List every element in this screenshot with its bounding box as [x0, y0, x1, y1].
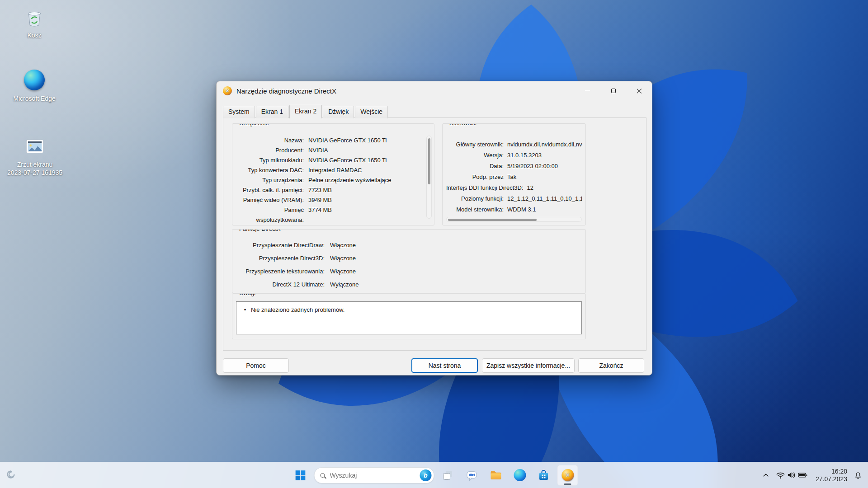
wifi-icon — [776, 470, 785, 480]
field-row: Data: 5/19/2023 02:00:00 — [446, 161, 582, 172]
clock-date: 27.07.2023 — [816, 475, 847, 483]
maximize-button[interactable] — [600, 81, 626, 100]
scrollbar-thumb[interactable] — [428, 138, 430, 184]
field-value: 3774 MB — [308, 205, 423, 225]
field-value: 12 — [527, 183, 533, 193]
desktop-icon-recycle-bin[interactable]: Kosz — [8, 6, 61, 39]
field-row: Producent: NVIDIA — [236, 145, 423, 155]
close-button[interactable] — [626, 81, 652, 100]
task-view-icon — [442, 469, 454, 482]
taskbar-search[interactable] — [314, 467, 434, 483]
show-hidden-icons-button[interactable] — [759, 466, 773, 484]
directx-features-groupbox: Funkcje DirectX Przyspieszanie DirectDra… — [232, 229, 586, 293]
device-vertical-scrollbar[interactable] — [426, 136, 432, 219]
device-fields: Nazwa: NVIDIA GeForce GTX 1650 Ti Produc… — [232, 124, 434, 225]
field-label: Interfejs DDI funkcji Direct3D: — [446, 183, 524, 193]
search-input[interactable] — [330, 472, 420, 479]
groupbox-title: Uwagi — [237, 293, 258, 296]
file-explorer-button[interactable] — [486, 465, 506, 486]
field-row: Wersja: 31.0.15.3203 — [446, 150, 582, 161]
clock-time: 16:20 — [816, 468, 847, 475]
minimize-icon — [585, 91, 590, 91]
field-label: Główny sterownik: — [446, 139, 504, 150]
edge-button[interactable] — [509, 465, 530, 486]
taskbar: 16:20 27.07.2023 — [0, 462, 868, 488]
bell-icon — [853, 470, 863, 480]
tab[interactable]: Wejście — [355, 106, 388, 118]
field-label: Typ konwertera DAC: — [236, 165, 304, 175]
field-value: nvldumdx.dll,nvldumdx.dll,nvldum — [507, 139, 582, 150]
field-row: Typ urządzenia: Pełne urządzenie wyświet… — [236, 175, 423, 185]
task-view-button[interactable] — [438, 465, 458, 486]
bullet: • — [239, 305, 251, 314]
dxdiag-taskbar-button[interactable] — [557, 465, 578, 486]
titlebar[interactable]: Narzędzie diagnostyczne DirectX — [217, 81, 652, 100]
field-value: 5/19/2023 02:00:00 — [507, 161, 558, 172]
field-value: NVIDIA — [308, 145, 423, 155]
field-value: Wyłączone — [330, 278, 582, 291]
note-text: Nie znaleziono żadnych problemów. — [251, 305, 344, 314]
field-value: Tak — [507, 172, 516, 183]
network-volume-battery-button[interactable] — [774, 466, 810, 484]
field-label: Typ urządzenia: — [236, 175, 304, 185]
notes-listbox[interactable]: • Nie znaleziono żadnych problemów. — [236, 301, 582, 334]
desktop-icon-label-line2: 2023-07-27 161935 — [5, 169, 64, 177]
drivers-groupbox: Sterowniki Główny sterownik: nvldumdx.dl… — [442, 123, 586, 225]
tab-label: Wejście — [360, 108, 382, 115]
device-groupbox: Urządzenie Nazwa: NVIDIA GeForce GTX 165… — [232, 123, 434, 225]
field-row: Typ konwertera DAC: Integrated RAMDAC — [236, 165, 423, 175]
battery-icon — [797, 470, 808, 480]
minimize-button[interactable] — [575, 81, 600, 100]
save-all-information-button[interactable]: Zapisz wszystkie informacje... — [482, 358, 575, 373]
bing-icon[interactable] — [420, 469, 432, 481]
field-value: Integrated RAMDAC — [308, 165, 423, 175]
field-value: Włączone — [330, 252, 582, 265]
edge-icon — [514, 469, 526, 481]
desktop-icon-label: Kosz — [8, 31, 61, 39]
feature-fields: Przyspieszanie DirectDraw: Włączone Przy… — [232, 230, 585, 293]
volume-icon — [787, 470, 796, 480]
field-value: 7723 MB — [308, 185, 423, 195]
tab[interactable]: System — [223, 106, 255, 118]
taskbar-tray: 16:20 27.07.2023 — [759, 462, 865, 488]
field-row: Interfejs DDI funkcji Direct3D: 12 — [446, 183, 582, 193]
exit-button[interactable]: Zakończ — [578, 358, 644, 373]
tab-label: Dźwięk — [328, 108, 349, 115]
desktop-icon-edge[interactable]: Microsoft Edge — [8, 69, 61, 103]
help-button[interactable]: Pomoc — [223, 358, 289, 373]
tab[interactable]: Ekran 1 — [256, 106, 288, 118]
field-value: 3949 MB — [308, 195, 423, 205]
drivers-horizontal-scrollbar[interactable] — [446, 217, 582, 222]
field-label: Pamięć współużytkowana: — [236, 205, 304, 225]
store-button[interactable] — [533, 465, 554, 486]
scrollbar-thumb[interactable] — [448, 219, 537, 221]
notification-center-button[interactable] — [851, 466, 865, 484]
field-label: Przybl. całk. il. pamięci: — [236, 185, 304, 195]
tab-label: Ekran 2 — [295, 108, 316, 115]
desktop-icon-label: Microsoft Edge — [8, 94, 61, 103]
field-label: Pamięć wideo (VRAM): — [236, 195, 304, 205]
field-row: Przybl. całk. il. pamięci: 7723 MB — [236, 185, 423, 195]
tab[interactable]: Dźwięk — [323, 106, 354, 118]
start-button[interactable] — [290, 465, 311, 486]
desktop-icon-screenshot[interactable]: Zrzut ekranu 2023-07-27 161935 — [5, 136, 64, 177]
screenshot-file-icon — [24, 136, 46, 158]
file-explorer-icon — [489, 469, 502, 482]
field-label: Producent: — [236, 145, 304, 155]
field-value: WDDM 3.1 — [507, 204, 536, 215]
driver-fields: Główny sterownik: nvldumdx.dll,nvldumdx.… — [443, 124, 585, 219]
field-label: Typ mikroukładu: — [236, 155, 304, 165]
field-label: DirectX 12 Ultimate: — [236, 278, 325, 291]
field-row: Nazwa: NVIDIA GeForce GTX 1650 Ti — [236, 136, 423, 145]
next-page-button[interactable]: Nast strona — [411, 358, 478, 373]
field-value: 12_1,12_0,11_1,11_0,10_1,10_0,9_3 — [507, 193, 582, 204]
groupbox-title: Urządzenie — [237, 123, 271, 127]
field-row: Przyspieszenie Direct3D: Włączone — [236, 252, 582, 265]
field-label: Poziomy funkcji: — [446, 193, 504, 204]
tab[interactable]: Ekran 2 — [289, 105, 322, 118]
taskbar-clock[interactable]: 16:20 27.07.2023 — [811, 468, 850, 483]
store-icon — [538, 469, 550, 482]
close-icon — [637, 88, 642, 94]
groupbox-title: Sterowniki — [447, 123, 479, 127]
chat-button[interactable] — [462, 465, 482, 486]
